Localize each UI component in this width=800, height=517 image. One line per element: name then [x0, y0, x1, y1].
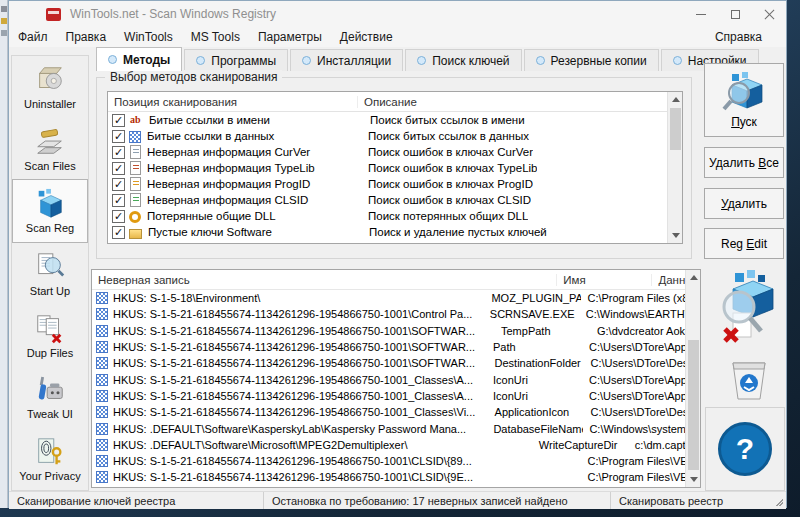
method-desc: Поиск и удаление пустых ключей: [361, 226, 547, 238]
regedit-button[interactable]: Reg Edit: [704, 228, 784, 259]
table-row[interactable]: HKUS: S-1-5-21-618455674-1134261296-1954…: [92, 388, 700, 404]
result-name: MOZ_PLUGIN_PATH: [485, 292, 581, 304]
menu-mstools[interactable]: MS Tools: [182, 28, 249, 46]
method-row[interactable]: Неверная информация CurVer Поиск ошибок …: [108, 144, 682, 160]
result-name: DatabaseFileName: [487, 423, 583, 435]
method-checkbox[interactable]: [112, 146, 125, 159]
table-row[interactable]: HKUS: .DEFAULT\Software\Microsoft\MPEG2D…: [92, 437, 700, 453]
sidebar-item-scan-reg[interactable]: Scan Reg: [12, 179, 88, 243]
tab-methods[interactable]: Методы: [96, 47, 182, 71]
method-row[interactable]: Неверная информация CLSID Поиск ошибок в…: [108, 192, 682, 208]
result-key: HKUS: S-1-5-21-618455674-1134261296-1954…: [113, 455, 485, 467]
method-row[interactable]: Неверная информация ProgID Поиск ошибок …: [108, 176, 682, 192]
resize-grip[interactable]: [775, 498, 783, 506]
groupbox-title: Выбор методов сканирования: [105, 70, 282, 84]
menu-wintools[interactable]: WinTools: [115, 28, 182, 46]
tab-key-search[interactable]: Поиск ключей: [405, 49, 521, 71]
sidebar-item-scan-files[interactable]: Scan Files: [12, 118, 88, 180]
result-name: WriteCaptureDir: [533, 439, 629, 451]
method-checkbox[interactable]: [112, 210, 125, 223]
method-checkbox[interactable]: [112, 226, 125, 239]
registry-binary-icon: [96, 357, 108, 369]
method-checkbox[interactable]: [112, 130, 125, 143]
sidebar-item-uninstaller[interactable]: Uninstaller: [12, 56, 88, 118]
method-row[interactable]: Неверная информация TypeLib Поиск ошибок…: [108, 160, 682, 176]
minimize-button[interactable]: [684, 1, 718, 27]
method-checkbox[interactable]: [112, 114, 125, 127]
method-checkbox[interactable]: [112, 162, 125, 175]
registry-binary-icon: [96, 471, 108, 483]
title-bar[interactable]: WinTools.net - Scan Windows Registry: [9, 1, 786, 27]
method-checkbox[interactable]: [112, 194, 125, 207]
table-row[interactable]: HKUS: S-1-5-21-618455674-1134261296-1954…: [92, 355, 700, 371]
tab-programs[interactable]: Программы: [184, 49, 288, 71]
registry-binary-icon: [96, 439, 108, 451]
table-row[interactable]: HKUS: S-1-5-18\Environment\MOZ_PLUGIN_PA…: [92, 290, 700, 306]
scroll-down-icon[interactable]: [686, 472, 701, 487]
table-row[interactable]: HKUS: S-1-5-21-618455674-1134261296-1954…: [92, 469, 700, 485]
result-key: HKUS: S-1-5-21-618455674-1134261296-1954…: [113, 308, 484, 320]
method-desc: Поиск ошибок в ключах CurVer: [360, 146, 533, 158]
start-scan-button[interactable]: Пуск: [704, 63, 784, 137]
results-scrollbar[interactable]: [685, 270, 700, 487]
table-row[interactable]: HKUS: S-1-5-21-618455674-1134261296-1954…: [92, 371, 700, 387]
sidebar-item-tweak-ui[interactable]: Tweak UI: [12, 367, 88, 429]
method-row[interactable]: Битые ссылки в данных Поиск битых ссылок…: [108, 128, 682, 144]
scroll-up-icon[interactable]: [668, 92, 683, 107]
app-icon: [46, 8, 61, 21]
sidebar-item-start-up[interactable]: Start Up: [12, 243, 88, 305]
menu-options[interactable]: Параметры: [249, 28, 331, 46]
table-row[interactable]: HKUS: .DEFAULT\Software\KasperskyLab\Kas…: [92, 420, 700, 436]
result-value: C:\Program Files\VEGAS\...: [581, 471, 700, 483]
close-button[interactable]: [752, 1, 786, 27]
menu-action[interactable]: Действие: [331, 28, 402, 46]
tab-dot-icon: [196, 56, 205, 65]
method-name: Неверная информация TypeLib: [145, 162, 360, 174]
delete-all-button[interactable]: Удалить Все: [704, 147, 784, 178]
sidebar-item-dup-files[interactable]: Dup Files: [12, 305, 88, 367]
method-checkbox[interactable]: [112, 178, 125, 191]
method-type-icon: [129, 131, 141, 143]
menu-file[interactable]: Файл: [9, 28, 57, 46]
status-action: Сканировать реестр: [611, 492, 786, 509]
table-row[interactable]: HKUS: S-1-5-21-618455674-1134261296-1954…: [92, 453, 700, 469]
method-name: Битые ссылки в данных: [145, 130, 360, 142]
result-name: DestinationFolder: [489, 357, 585, 369]
wintools-window: WinTools.net - Scan Windows Registry Фай…: [8, 0, 787, 508]
sidebar-item-label: Tweak UI: [27, 408, 73, 420]
help-button[interactable]: ?: [718, 422, 772, 476]
maximize-button[interactable]: [718, 1, 752, 27]
help-panel: ?: [705, 407, 785, 491]
result-value: C:\Users\DTore\AppData\...: [583, 374, 700, 386]
delete-button[interactable]: Удалить: [704, 188, 784, 219]
maximize-icon: [731, 10, 740, 19]
tab-dot-icon: [302, 56, 311, 65]
start-up-icon: [33, 251, 67, 283]
method-row[interactable]: Потерянные общие DLL Поиск потерянных об…: [108, 208, 682, 224]
result-name: ApplicationIcon: [489, 406, 585, 418]
scroll-thumb[interactable]: [670, 108, 681, 150]
table-row[interactable]: HKUS: S-1-5-21-618455674-1134261296-1954…: [92, 323, 700, 339]
table-row[interactable]: HKUS: S-1-5-21-618455674-1134261296-1954…: [92, 339, 700, 355]
sidebar-item-your-privacy[interactable]: Your Privacy: [12, 428, 88, 490]
menu-help[interactable]: Справка: [706, 28, 786, 46]
method-row[interactable]: Пустые ключи Software Поиск и удаление п…: [108, 224, 682, 240]
table-row[interactable]: HKUS: S-1-5-21-618455674-1134261296-1954…: [92, 306, 700, 322]
menu-edit[interactable]: Правка: [57, 28, 116, 46]
tweak-ui-icon: [33, 374, 67, 406]
scroll-up-icon[interactable]: [686, 270, 701, 285]
method-type-icon: [129, 211, 141, 223]
methods-scrollbar[interactable]: [667, 92, 682, 243]
close-icon: [764, 9, 775, 20]
method-type-icon: [130, 145, 141, 159]
table-row[interactable]: HKUS: S-1-5-21-618455674-1134261296-1954…: [92, 404, 700, 420]
tab-installations[interactable]: Инсталляции: [290, 49, 403, 71]
result-value: G:\dvdcreator AokoTemp: [591, 325, 700, 337]
tab-backups[interactable]: Резервные копии: [524, 49, 659, 71]
result-name: IconUri: [487, 390, 583, 402]
dup-files-icon: [33, 313, 67, 345]
scroll-down-icon[interactable]: [668, 228, 683, 243]
button-label: Удалить: [721, 197, 767, 211]
method-row[interactable]: Битые ссылки в имени Поиск битых ссылок …: [108, 112, 682, 128]
scroll-thumb[interactable]: [688, 340, 699, 470]
